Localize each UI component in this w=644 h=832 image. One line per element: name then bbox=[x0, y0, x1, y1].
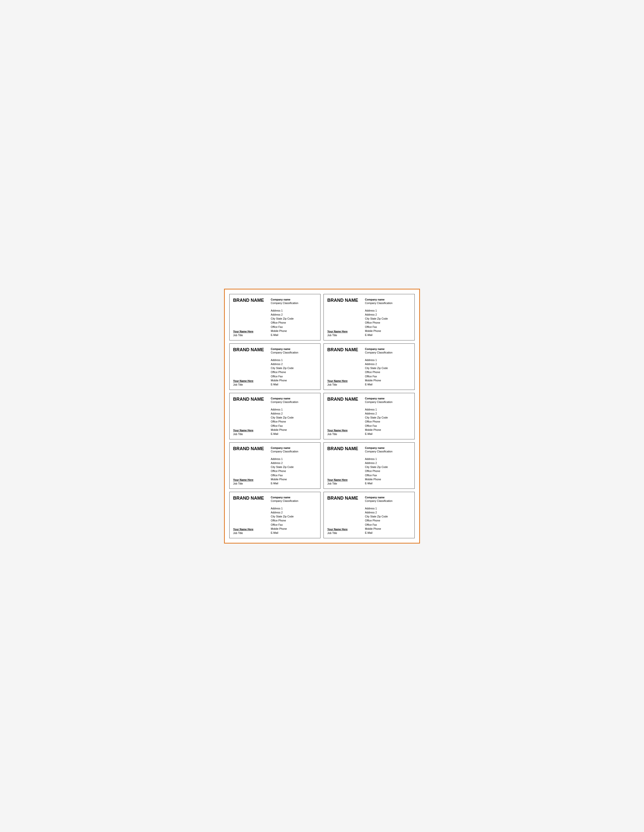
card-middle: Your Name Here Job Title Address 1 Addre… bbox=[233, 309, 317, 337]
address-line-7: E-Mail bbox=[365, 481, 411, 485]
address-info: Address 1 Address 2 City State Zip Code … bbox=[365, 408, 411, 436]
card-middle: Your Name Here Job Title Address 1 Addre… bbox=[233, 506, 317, 535]
address-line-4: Office Phone bbox=[271, 370, 317, 374]
address-line-5: Office Fax bbox=[365, 424, 411, 428]
address-line-1: Address 1 bbox=[271, 457, 317, 461]
address-line-6: Mobile Phone bbox=[271, 527, 317, 531]
business-card-7: BRAND NAME Company name Company Classifi… bbox=[229, 442, 320, 489]
address-line-6: Mobile Phone bbox=[365, 527, 411, 531]
business-card-6: BRAND NAME Company name Company Classifi… bbox=[324, 393, 415, 439]
address-line-2: Address 2 bbox=[271, 411, 317, 416]
address-line-5: Office Fax bbox=[365, 325, 411, 329]
address-line-6: Mobile Phone bbox=[271, 378, 317, 382]
person-info: Your Name Here Job Title bbox=[233, 478, 268, 485]
job-title: Job Title bbox=[327, 482, 362, 486]
card-middle: Your Name Here Job Title Address 1 Addre… bbox=[327, 358, 411, 387]
address-line-3: City State Zip Code bbox=[365, 366, 411, 370]
card-top: BRAND NAME Company name Company Classifi… bbox=[327, 347, 411, 355]
job-title: Job Title bbox=[233, 432, 268, 436]
person-info: Your Name Here Job Title bbox=[233, 379, 268, 386]
company-name-label: Company name bbox=[271, 397, 317, 400]
company-classification: Company Classification bbox=[271, 301, 317, 305]
address-line-4: Office Phone bbox=[365, 518, 411, 522]
person-name: Your Name Here bbox=[233, 478, 268, 482]
job-title: Job Title bbox=[233, 482, 268, 486]
card-top: BRAND NAME Company name Company Classifi… bbox=[327, 298, 411, 305]
job-title: Job Title bbox=[327, 383, 362, 387]
address-line-4: Office Phone bbox=[365, 469, 411, 473]
brand-name: BRAND NAME bbox=[233, 347, 268, 353]
address-line-7: E-Mail bbox=[271, 333, 317, 337]
card-middle: Your Name Here Job Title Address 1 Addre… bbox=[327, 309, 411, 337]
card-top: BRAND NAME Company name Company Classifi… bbox=[327, 496, 411, 503]
company-info: Company name Company Classification bbox=[365, 298, 411, 305]
address-info: Address 1 Address 2 City State Zip Code … bbox=[271, 457, 317, 486]
address-info: Address 1 Address 2 City State Zip Code … bbox=[271, 506, 317, 535]
address-line-4: Office Phone bbox=[271, 419, 317, 424]
job-title: Job Title bbox=[327, 432, 362, 436]
address-line-6: Mobile Phone bbox=[271, 428, 317, 432]
card-top: BRAND NAME Company name Company Classifi… bbox=[233, 496, 317, 503]
address-line-5: Office Fax bbox=[271, 374, 317, 378]
address-line-5: Office Fax bbox=[271, 325, 317, 329]
company-classification: Company Classification bbox=[271, 499, 317, 503]
card-top: BRAND NAME Company name Company Classifi… bbox=[233, 446, 317, 453]
address-line-4: Office Phone bbox=[271, 518, 317, 522]
address-line-2: Address 2 bbox=[271, 312, 317, 317]
address-line-6: Mobile Phone bbox=[365, 428, 411, 432]
address-line-1: Address 1 bbox=[365, 408, 411, 411]
person-info: Your Name Here Job Title bbox=[233, 429, 268, 436]
address-info: Address 1 Address 2 City State Zip Code … bbox=[271, 309, 317, 337]
company-info: Company name Company Classification bbox=[271, 298, 317, 305]
company-info: Company name Company Classification bbox=[271, 347, 317, 355]
address-line-2: Address 2 bbox=[365, 362, 411, 366]
person-name: Your Name Here bbox=[327, 379, 362, 383]
person-name: Your Name Here bbox=[327, 330, 362, 333]
person-name: Your Name Here bbox=[233, 330, 268, 333]
address-line-6: Mobile Phone bbox=[271, 477, 317, 481]
address-line-1: Address 1 bbox=[365, 506, 411, 510]
company-classification: Company Classification bbox=[365, 499, 411, 503]
company-classification: Company Classification bbox=[271, 351, 317, 355]
address-info: Address 1 Address 2 City State Zip Code … bbox=[365, 506, 411, 535]
company-name-label: Company name bbox=[365, 446, 411, 450]
person-info: Your Name Here Job Title bbox=[327, 379, 362, 386]
brand-name: BRAND NAME bbox=[327, 347, 362, 353]
address-line-5: Office Fax bbox=[271, 424, 317, 428]
cards-row-4: BRAND NAME Company name Company Classifi… bbox=[229, 442, 415, 489]
address-line-1: Address 1 bbox=[271, 408, 317, 411]
company-info: Company name Company Classification bbox=[365, 446, 411, 453]
person-name: Your Name Here bbox=[233, 528, 268, 531]
company-classification: Company Classification bbox=[365, 301, 411, 305]
address-line-7: E-Mail bbox=[271, 531, 317, 535]
company-name-label: Company name bbox=[271, 347, 317, 351]
address-line-4: Office Phone bbox=[271, 469, 317, 473]
brand-name: BRAND NAME bbox=[327, 397, 362, 402]
address-line-7: E-Mail bbox=[365, 531, 411, 535]
address-line-7: E-Mail bbox=[271, 481, 317, 485]
brand-name: BRAND NAME bbox=[327, 298, 362, 303]
business-card-1: BRAND NAME Company name Company Classifi… bbox=[229, 294, 320, 341]
job-title: Job Title bbox=[327, 333, 362, 337]
address-line-3: City State Zip Code bbox=[271, 416, 317, 419]
person-name: Your Name Here bbox=[233, 429, 268, 432]
card-middle: Your Name Here Job Title Address 1 Addre… bbox=[327, 506, 411, 535]
address-line-6: Mobile Phone bbox=[365, 378, 411, 382]
address-line-7: E-Mail bbox=[271, 382, 317, 386]
address-info: Address 1 Address 2 City State Zip Code … bbox=[365, 358, 411, 387]
business-card-8: BRAND NAME Company name Company Classifi… bbox=[324, 442, 415, 489]
address-line-5: Office Fax bbox=[365, 374, 411, 378]
person-info: Your Name Here Job Title bbox=[233, 528, 268, 535]
company-info: Company name Company Classification bbox=[365, 397, 411, 404]
job-title: Job Title bbox=[233, 531, 268, 535]
address-line-1: Address 1 bbox=[271, 506, 317, 510]
address-line-7: E-Mail bbox=[271, 432, 317, 436]
address-line-2: Address 2 bbox=[365, 510, 411, 514]
address-line-4: Office Phone bbox=[365, 370, 411, 374]
address-line-3: City State Zip Code bbox=[365, 465, 411, 469]
cards-row-1: BRAND NAME Company name Company Classifi… bbox=[229, 294, 415, 341]
address-line-2: Address 2 bbox=[365, 461, 411, 465]
company-name-label: Company name bbox=[365, 298, 411, 301]
address-line-1: Address 1 bbox=[365, 358, 411, 362]
company-info: Company name Company Classification bbox=[271, 446, 317, 453]
